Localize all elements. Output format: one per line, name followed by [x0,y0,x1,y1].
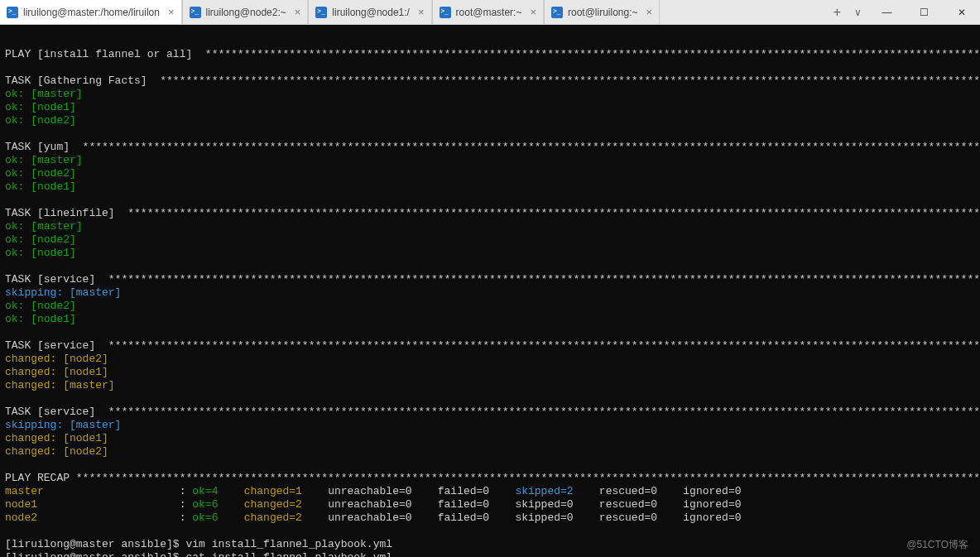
window-controls: — ☐ ✕ [868,0,980,24]
minimize-button[interactable]: — [868,0,906,25]
tab-label: root@liruilong:~ [568,7,638,18]
tab-close-icon[interactable]: × [530,6,536,18]
tab-close-icon[interactable]: × [168,6,175,18]
tab-strip: liruilong@master:/home/liruilon×liruilon… [0,0,827,24]
tab-label: liruilong@master:/home/liruilon [23,7,160,18]
tab-label: liruilong@node1:/ [332,7,410,18]
tab-dropdown-button[interactable]: ∨ [848,0,868,24]
titlebar: liruilong@master:/home/liruilon×liruilon… [0,0,980,25]
powershell-icon [7,7,18,18]
tab-close-icon[interactable]: × [646,6,653,18]
close-window-button[interactable]: ✕ [943,0,980,25]
tab-1[interactable]: liruilong@node2:~× [183,0,309,24]
tab-2[interactable]: liruilong@node1:/× [309,0,431,24]
new-tab-button[interactable]: + [827,0,848,24]
terminal-output[interactable]: PLAY [install flannel or all] **********… [0,25,980,557]
tab-label: liruilong@node2:~ [206,7,286,18]
watermark: @51CTO博客 [906,538,968,552]
tab-label: root@master:~ [456,7,522,18]
tab-0[interactable]: liruilong@master:/home/liruilon× [0,0,182,24]
powershell-icon [315,7,327,18]
tab-3[interactable]: root@master:~× [433,0,544,24]
tab-close-icon[interactable]: × [295,6,301,18]
tab-close-icon[interactable]: × [418,6,425,18]
powershell-icon [551,7,563,18]
powershell-icon [190,7,201,18]
maximize-button[interactable]: ☐ [906,0,943,25]
powershell-icon [440,7,451,18]
tab-4[interactable]: root@liruilong:~× [545,0,660,24]
